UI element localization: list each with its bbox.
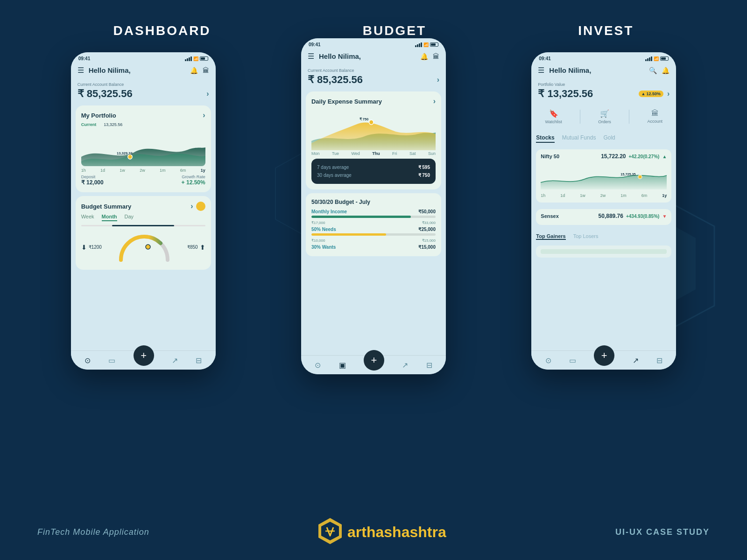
nifty-6m[interactable]: 6m — [641, 193, 648, 198]
nifty-1y[interactable]: 1y — [662, 193, 667, 198]
fab-add-button[interactable]: + — [134, 345, 154, 366]
top-nav-dashboard: ☰ Hello Nilima, 🔔 🏛 — [71, 63, 216, 78]
filter-1y[interactable]: 1y — [201, 168, 205, 173]
portfolio-title: My Portfolio — [81, 112, 116, 119]
status-time: 09:41 — [78, 56, 91, 61]
svg-text:13,329.32: 13,329.32 — [117, 151, 133, 155]
card-nav-icon-invest[interactable]: ▭ — [569, 356, 576, 365]
nifty-1d[interactable]: 1d — [560, 193, 565, 198]
svg-text:15,725.35: 15,725.35 — [621, 173, 636, 176]
sensex-chevron[interactable]: ▼ — [662, 214, 667, 219]
svg-point-8 — [638, 175, 642, 179]
losers-tab[interactable]: Top Losers — [573, 233, 599, 240]
filter-2w[interactable]: 2w — [140, 168, 145, 173]
bottom-nav-dashboard: ⊙ ▭ + ↗ ⊟ — [71, 350, 216, 370]
expense-chevron[interactable]: › — [433, 97, 436, 105]
filter-1w[interactable]: 1w — [120, 168, 125, 173]
mutual-funds-tab[interactable]: Mutual Funds — [562, 134, 596, 143]
card-nav-icon[interactable]: ▭ — [108, 356, 115, 365]
filter-1m[interactable]: 1m — [160, 168, 166, 173]
nifty-chevron[interactable]: ▲ — [662, 154, 667, 159]
tab-week[interactable]: Week — [81, 214, 94, 221]
menu-icon-budget[interactable]: ☰ — [308, 52, 314, 61]
home-nav-icon-invest[interactable]: ⊙ — [545, 356, 551, 365]
nifty-1w[interactable]: 1w — [580, 193, 585, 198]
brand-name-text: arthashashtra — [347, 524, 446, 541]
account-nav[interactable]: 🏛 Account — [648, 109, 663, 124]
filter-6m[interactable]: 6m — [180, 168, 186, 173]
library-nav-icon-budget[interactable]: ⊟ — [426, 361, 432, 370]
status-bar-dashboard: 09:41 📶 — [71, 52, 216, 63]
svg-point-6 — [369, 120, 374, 125]
nifty-value: 15,722.20 — [601, 153, 626, 160]
stocks-tab[interactable]: Stocks — [536, 134, 554, 143]
balance-chevron[interactable]: › — [206, 90, 209, 98]
growth-label: Growth Rate — [182, 175, 205, 179]
day-sun[interactable]: Sun — [428, 151, 436, 156]
nifty-1h[interactable]: 1h — [541, 193, 545, 198]
search-icon-invest[interactable]: 🔍 — [649, 67, 657, 74]
day-thu[interactable]: Thu — [372, 151, 380, 156]
balance-amount-budget: ₹ 85,325.56 — [308, 74, 363, 86]
filter-1d[interactable]: 1d — [100, 168, 105, 173]
filter-1h[interactable]: 1h — [81, 168, 86, 173]
notification-icon[interactable]: 🔔 — [190, 67, 198, 74]
orders-label: Orders — [598, 119, 611, 124]
top-nav-invest: ☰ Hello Nilima, 🔍 🔔 — [531, 63, 676, 78]
portfolio-chevron-invest[interactable]: › — [667, 90, 669, 98]
tab-day[interactable]: Day — [125, 214, 134, 221]
day-wed[interactable]: Wed — [351, 151, 359, 156]
balance-chevron-budget[interactable]: › — [437, 76, 439, 84]
portfolio-value-card: Portfolio Value ₹ 13,325.56 ▲ 12.50% › — [536, 78, 671, 102]
status-time-invest: 09:41 — [539, 56, 551, 61]
menu-icon[interactable]: ☰ — [78, 66, 84, 75]
budget-nav-icon[interactable]: ▣ — [339, 361, 346, 370]
library-nav-icon[interactable]: ⊟ — [196, 356, 202, 365]
notification-icon-budget[interactable]: 🔔 — [420, 53, 428, 60]
nifty-label: Nifty 50 — [541, 154, 559, 159]
watchlist-nav[interactable]: 🔖 Watchlist — [545, 109, 562, 124]
income-sub-values: ₹17,000 ₹33,000 — [311, 221, 436, 225]
nifty-2w[interactable]: 2w — [600, 193, 606, 198]
orders-nav[interactable]: 🛒 Orders — [598, 109, 611, 124]
chart-nav-icon-budget[interactable]: ↗ — [402, 361, 408, 370]
home-nav-icon[interactable]: ⊙ — [85, 356, 91, 365]
bank-icon-budget[interactable]: 🏛 — [433, 53, 439, 60]
bank-icon[interactable]: 🏛 — [203, 67, 209, 74]
portfolio-value: 13,325.56 — [104, 122, 122, 127]
wants-value: ₹15,000 — [418, 245, 436, 250]
day-sat[interactable]: Sat — [409, 151, 416, 156]
day-tue[interactable]: Tue — [332, 151, 339, 156]
home-nav-icon-budget[interactable]: ⊙ — [315, 361, 321, 370]
nifty-1m[interactable]: 1m — [620, 193, 627, 198]
library-nav-icon-invest[interactable]: ⊟ — [656, 356, 662, 365]
greeting-text: Hello Nilima, — [89, 66, 131, 74]
portfolio-value-label: Portfolio Value — [538, 82, 669, 87]
portfolio-chevron[interactable]: › — [203, 111, 205, 119]
budget-chevron[interactable]: › — [190, 202, 193, 210]
top-nav-budget: ☰ Hello Nilima, 🔔 🏛 — [301, 49, 446, 64]
chart-nav-icon-invest[interactable]: ↗ — [633, 356, 639, 365]
day-mon[interactable]: Mon — [311, 151, 320, 156]
deposit-small-amount: ₹850 — [187, 245, 198, 250]
fab-add-button-invest[interactable]: + — [594, 345, 614, 366]
stats-row: Deposit ₹ 12,000 Growth Rate + 12.50% — [81, 174, 205, 187]
income-value: ₹50,000 — [418, 209, 436, 214]
day-fri[interactable]: Fri — [392, 151, 397, 156]
gold-tab[interactable]: Gold — [603, 134, 615, 143]
gainers-tab[interactable]: Top Gainers — [536, 233, 565, 240]
needs-value: ₹25,000 — [418, 227, 436, 232]
tab-month[interactable]: Month — [102, 214, 117, 221]
watchlist-label: Watchlist — [545, 119, 562, 124]
status-time-budget: 09:41 — [309, 42, 321, 47]
expense-title: Daily Expense Summary — [311, 98, 382, 105]
notification-icon-invest[interactable]: 🔔 — [662, 67, 669, 74]
greeting-text-budget: Hello Nilima, — [319, 52, 361, 60]
menu-icon-invest[interactable]: ☰ — [538, 66, 544, 75]
nifty-time-filters: 1h 1d 1w 2w 1m 6m 1y — [541, 191, 667, 199]
avg7-row: 7 days average ₹ 595 — [317, 163, 430, 171]
income-label: Monthly Income — [311, 209, 347, 214]
needs-label: 50% Needs — [311, 227, 336, 232]
fab-add-button-budget[interactable]: + — [364, 350, 384, 371]
chart-nav-icon[interactable]: ↗ — [172, 356, 178, 365]
